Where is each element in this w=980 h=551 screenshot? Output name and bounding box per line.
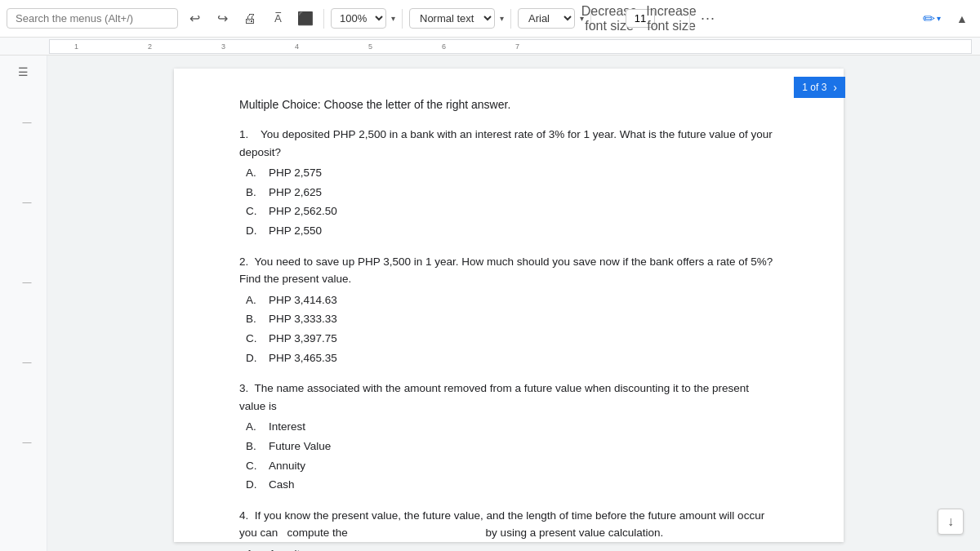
option-letter: C. [246,202,269,220]
list-item: D. Cash [246,476,778,494]
font-select[interactable]: Arial [518,8,575,29]
option-letter: D. [246,476,269,494]
question-4: 4. If you know the present value, the fu… [239,507,778,551]
option-text: PHP 2,625 [269,184,322,202]
question-2-options: A. PHP 3,414.63 B. PHP 3,333.33 C. PHP 3… [246,291,778,367]
ruler-tick-3: 3 [221,42,225,51]
question-3-number: 3. [239,382,255,394]
page-badge-arrow: › [833,81,837,94]
edit-dropdown-icon: ▾ [937,14,941,23]
outline-icon[interactable]: ☰ [14,62,33,82]
separator-5 [689,9,690,29]
option-text: PHP 3,465.35 [269,349,337,367]
question-1-text: 1. You deposited PHP 2,500 in a bank wit… [239,126,778,161]
question-2-text: 2. You need to save up PHP 3,500 in 1 ye… [239,253,778,288]
list-item: B. PHP 2,625 [246,184,778,202]
left-gutter: ☰ — — — — — [0,56,47,551]
question-3-body: The name associated with the amount remo… [239,382,749,412]
right-scrollbar[interactable] [970,56,980,551]
question-1: 1. You deposited PHP 2,500 in a bank wit… [239,126,778,240]
option-letter: B. [246,184,269,202]
edit-icon: ✏ [923,10,935,28]
list-item: C. PHP 3,397.75 [246,330,778,348]
style-dropdown-icon: ▾ [500,14,504,23]
edit-button[interactable]: ✏ ▾ [918,7,946,31]
redo-button[interactable]: ↪ [211,7,234,30]
collapse-button[interactable]: ▲ [951,7,973,30]
style-select[interactable]: Normal text [409,8,495,29]
ruler-tick-5: 5 [368,42,372,51]
option-text: Annuity [269,457,305,475]
question-4-number: 4. [239,509,255,522]
separator-3 [510,9,511,29]
zoom-select[interactable]: 100% [331,8,386,29]
zoom-dropdown-icon: ▾ [391,14,395,23]
option-text: Cash [269,476,295,494]
question-4-options: A. Annuity B. Interest rate C. Future am… [246,545,778,551]
ruler-tick-6: 6 [442,42,446,51]
option-text: PHP 3,397.75 [269,330,337,348]
list-item: A. PHP 3,414.63 [246,291,778,309]
list-item: B. Future Value [246,438,778,455]
page-badge-text: 1 of 3 [802,82,826,93]
line-num-1 [16,100,32,114]
question-1-body: You deposited PHP 2,500 in a bank with a… [239,128,773,158]
option-text: PHP 3,333.33 [269,310,337,328]
list-item: A. PHP 2,575 [246,164,778,182]
option-text: Future Value [269,438,331,455]
question-2-number: 2. [239,256,255,268]
option-letter: A. [246,545,269,551]
list-item: D. PHP 2,550 [246,222,778,240]
question-1-number: 1. [239,128,261,140]
toolbar: ↩ ↪ 🖨 A̅ ⬛ 100% ▾ Normal text ▾ Arial ▾ … [0,0,980,38]
option-letter: D. [246,222,269,240]
decrease-font-button[interactable]: Decrease font size [598,7,621,30]
main-area: ☰ — — — — — 1 of 3 › Multiple Choice: Ch… [0,56,980,551]
search-input[interactable] [7,8,178,29]
option-letter: A. [246,164,269,182]
option-text: PHP 2,562.50 [269,202,337,220]
line-num-3: — [16,194,32,209]
option-letter: D. [246,349,269,367]
list-item: A. Interest [246,418,778,436]
option-letter: C. [246,330,269,348]
option-text: PHP 2,550 [269,222,322,240]
more-button[interactable]: ··· [697,7,719,30]
question-2-body: You need to save up PHP 3,500 in 1 year.… [239,256,773,286]
ruler-area: 1 2 3 4 5 6 7 [0,38,980,56]
option-letter: A. [246,418,269,436]
undo-button[interactable]: ↩ [183,7,206,30]
ruler-tick-7: 7 [515,42,519,51]
option-text: Interest [269,418,305,436]
line-num-6: — [16,434,32,449]
doc-title: Multiple Choice: Choose the letter of th… [239,98,778,111]
spell-button[interactable]: A̅ [266,7,289,30]
print-button[interactable]: 🖨 [238,7,261,30]
question-4-text: 4. If you know the present value, the fu… [239,507,778,542]
list-item: C. PHP 2,562.50 [246,202,778,220]
option-text: PHP 2,575 [269,164,322,182]
option-text: PHP 3,414.63 [269,291,337,309]
question-1-options: A. PHP 2,575 B. PHP 2,625 C. PHP 2,562.5… [246,164,778,239]
option-letter: B. [246,438,269,455]
line-num-4: — [16,274,32,289]
down-arrow-icon: ↓ [947,514,954,529]
increase-font-button[interactable]: Increase font size [660,7,683,30]
doc-scroll[interactable]: 1 of 3 › Multiple Choice: Choose the let… [47,56,970,551]
paint-button[interactable]: ⬛ [294,7,317,30]
line-numbers: — — — — — [16,100,32,449]
question-3-options: A. Interest B. Future Value C. Annuity D… [246,418,778,493]
option-letter: B. [246,310,269,328]
doc-page: 1 of 3 › Multiple Choice: Choose the let… [174,69,844,542]
question-2: 2. You need to save up PHP 3,500 in 1 ye… [239,253,778,367]
list-item: A. Annuity [246,545,778,551]
page-badge[interactable]: 1 of 3 › [794,77,845,98]
question-3-text: 3. The name associated with the amount r… [239,380,778,415]
option-text: Annuity [269,545,305,551]
option-letter: A. [246,291,269,309]
ruler-bar: 1 2 3 4 5 6 7 [49,39,972,54]
scroll-down-button[interactable]: ↓ [938,509,964,535]
list-item: C. Annuity [246,457,778,475]
line-num-5: — [16,354,32,369]
line-num-2: — [16,114,32,129]
